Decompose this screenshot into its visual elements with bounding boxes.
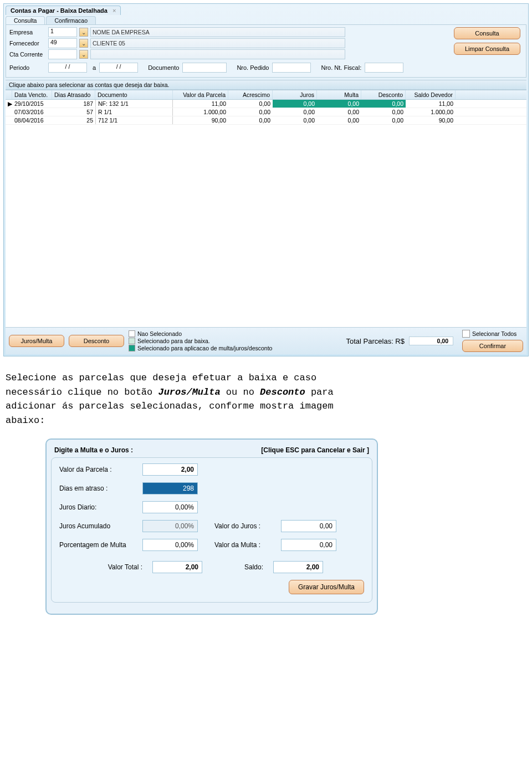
window-tab[interactable]: Contas a Pagar - Baixa Detalhada × xyxy=(6,6,121,15)
empresa-lookup-icon[interactable]: ⌄ xyxy=(79,28,88,37)
cell: 0,00 xyxy=(228,116,273,124)
col-data[interactable]: Data Vencto. xyxy=(12,90,52,99)
gravar-button[interactable]: Gravar Juros/Multa xyxy=(289,580,364,594)
cell: 0,00 xyxy=(361,116,406,124)
documento-label: Documento xyxy=(148,64,179,71)
cell: 1.000,00 xyxy=(173,108,228,116)
cell: 1.000,00 xyxy=(406,108,456,116)
porc-multa-label: Porcentagem de Multa xyxy=(59,541,137,549)
periodo-to-input[interactable]: / / xyxy=(99,63,138,73)
confirmar-button[interactable]: Confirmar xyxy=(462,340,523,352)
valor-parcela-label: Valor da Parcela : xyxy=(59,466,137,473)
tab-confirmacao[interactable]: Confirmacao xyxy=(46,16,96,24)
juros-acum-field: 0,00% xyxy=(142,520,198,532)
selecionar-todos-checkbox[interactable] xyxy=(462,330,470,338)
valor-juros-label: Valor do Juros : xyxy=(214,522,275,530)
valor-parcela-field[interactable]: 2,00 xyxy=(142,463,198,476)
dialog-title: Digite a Multa e o Juros : xyxy=(54,446,133,454)
main-window: Contas a Pagar - Baixa Detalhada × Consu… xyxy=(3,3,529,356)
juros-multa-button[interactable]: Juros/Multa xyxy=(9,335,64,347)
juros-diario-field[interactable]: 0,00% xyxy=(142,501,198,513)
cell: 29/10/2015 xyxy=(12,100,52,108)
cell: 0,00 xyxy=(361,108,406,116)
legend-aplic: Selecionado para aplicacao de multa/juro… xyxy=(137,345,272,351)
cell: 57 xyxy=(52,108,95,116)
tab-consulta[interactable]: Consulta xyxy=(6,16,45,24)
dias-atraso-label: Dias em atraso : xyxy=(59,485,137,492)
grid-body[interactable]: ▶29/10/2015187NF: 132 1/111,000,000,000,… xyxy=(6,100,526,327)
fornecedor-name: CLIENTE 05 xyxy=(90,38,345,48)
filter-form: Empresa 1 ⌄ NOME DA EMPRESA Fornecedor 4… xyxy=(6,24,526,78)
limpar-button[interactable]: Limpar Consulta xyxy=(454,43,520,55)
col-dias[interactable]: Dias Atrasado xyxy=(52,90,95,99)
juros-diario-label: Juros Diario: xyxy=(59,503,137,511)
periodo-from-input[interactable]: / / xyxy=(48,63,87,73)
valor-multa-field[interactable]: 0,00 xyxy=(281,539,336,551)
cell: 0,00 xyxy=(273,116,317,124)
cell: R 1/1 xyxy=(95,108,173,116)
dialog-esc-hint: [Clique ESC para Cancelar e Sair ] xyxy=(261,446,369,454)
saldo-field: 2,00 xyxy=(273,561,323,573)
window-title: Contas a Pagar - Baixa Detalhada xyxy=(11,7,108,14)
fornecedor-lookup-icon[interactable]: ⌄ xyxy=(79,39,88,48)
valor-total-field: 2,00 xyxy=(152,561,202,573)
col-juros[interactable]: Juros xyxy=(273,90,317,99)
valor-multa-label: Valor da Multa : xyxy=(214,541,275,549)
empresa-code-input[interactable]: 1 xyxy=(48,27,77,37)
cell: 187 xyxy=(52,100,95,108)
nro-pedido-input[interactable] xyxy=(272,63,311,73)
fornecedor-code-input[interactable]: 49 xyxy=(48,38,77,48)
col-desconto[interactable]: Desconto xyxy=(361,90,406,99)
consulta-button[interactable]: Consulta xyxy=(454,27,520,39)
nro-pedido-label: Nro. Pedido xyxy=(237,64,269,71)
nro-nt-label: Nro. Nt. Fiscal: xyxy=(321,64,361,71)
col-multa[interactable]: Multa xyxy=(317,90,361,99)
col-acrescimo[interactable]: Acrescimo xyxy=(228,90,273,99)
cell: NF: 132 1/1 xyxy=(95,100,173,108)
fornecedor-label: Fornecedor xyxy=(9,40,48,47)
valor-juros-field[interactable]: 0,00 xyxy=(281,520,336,532)
hint-bar: Clique abaixo para selecionar as contas … xyxy=(6,80,526,90)
col-documento[interactable]: Documento xyxy=(95,90,173,99)
periodo-label: Periodo xyxy=(9,64,48,71)
legend: Nao Selecionado Selecionado para dar bai… xyxy=(129,330,272,351)
cta-name xyxy=(90,49,345,59)
saldo-label: Saldo: xyxy=(224,563,263,571)
periodo-a-label: a xyxy=(93,64,96,71)
grid-header: Data Vencto. Dias Atrasado Documento Val… xyxy=(6,90,526,100)
table-row[interactable]: 08/04/201625712 1/190,000,000,000,000,00… xyxy=(6,116,526,125)
cell: 25 xyxy=(52,116,95,124)
total-label: Total Parcelas: R$ xyxy=(346,337,405,345)
legend-nao: Nao Selecionado xyxy=(137,330,182,337)
cell xyxy=(6,116,12,124)
legend-dar: Selecionado para dar baixa. xyxy=(137,338,210,344)
empresa-label: Empresa xyxy=(9,29,48,35)
dias-atraso-field[interactable]: 298 xyxy=(142,482,198,494)
swatch-light xyxy=(129,338,135,344)
cell: 90,00 xyxy=(173,116,228,124)
cell: 0,00 xyxy=(228,108,273,116)
desconto-button[interactable]: Desconto xyxy=(69,335,124,347)
table-row[interactable]: ▶29/10/2015187NF: 132 1/111,000,000,000,… xyxy=(6,100,526,108)
cell: 712 1/1 xyxy=(95,116,173,124)
cell: 0,00 xyxy=(317,100,361,108)
cell: 0,00 xyxy=(317,108,361,116)
cell: 0,00 xyxy=(228,100,273,108)
documento-input[interactable] xyxy=(182,63,227,73)
instruction-text: Selecione as parcelas que deseja efetuar… xyxy=(6,371,526,427)
col-valor[interactable]: Valor da Parcela xyxy=(173,90,228,99)
table-row[interactable]: 07/03/201657R 1/11.000,000,000,000,000,0… xyxy=(6,108,526,116)
cta-label: Cta Corrente xyxy=(9,51,48,58)
nro-nt-input[interactable] xyxy=(365,63,403,73)
cell: 0,00 xyxy=(317,116,361,124)
valor-total-label: Valor Total : xyxy=(59,563,142,571)
cell: 0,00 xyxy=(361,100,406,108)
close-icon[interactable]: × xyxy=(112,7,116,14)
porc-multa-field[interactable]: 0,00% xyxy=(142,539,198,551)
cta-lookup-icon[interactable]: ⌄ xyxy=(79,50,88,59)
cell: 0,00 xyxy=(273,100,317,108)
cta-code-input[interactable] xyxy=(48,49,77,59)
juros-multa-dialog: Digite a Multa e o Juros : [Clique ESC p… xyxy=(45,438,378,615)
cell: 11,00 xyxy=(173,100,228,108)
col-saldo[interactable]: Saldo Devedor xyxy=(406,90,456,99)
